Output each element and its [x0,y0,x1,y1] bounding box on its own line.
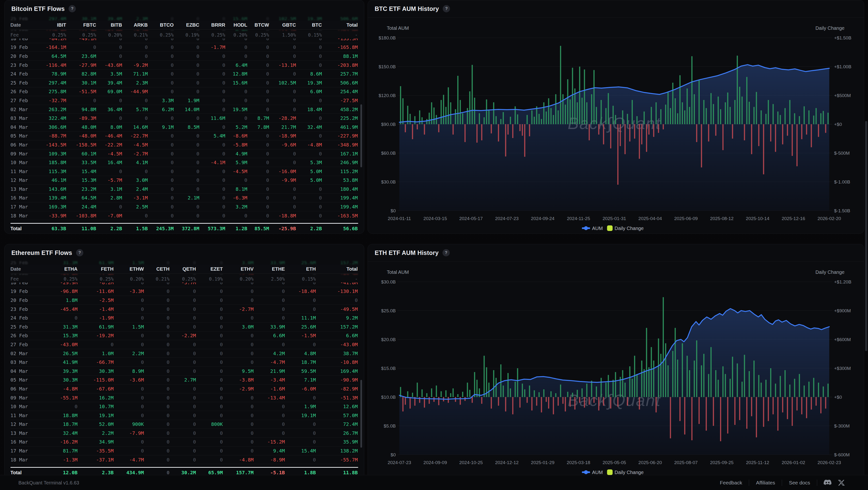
column-header[interactable]: BTCW [248,22,270,28]
flow-value: -4.7M [254,359,285,365]
column-header[interactable]: Total [322,22,358,28]
column-header[interactable]: BTC [297,22,322,28]
left-axis-tick: $20.0B [381,337,396,342]
flow-value: 0 [226,38,248,41]
btc-aum-chart[interactable]: Total AUMDaily Change$180.0B+$1.50B$150.… [368,0,863,233]
flow-value: 0 [200,53,226,59]
column-header[interactable]: QETH [170,266,196,272]
affiliates-link[interactable]: Affiliates [749,480,782,486]
daily-change-legend-marker[interactable] [607,469,613,475]
left-axis-tick: $120.0B [378,93,396,98]
flow-value: 0 [123,44,148,50]
flow-value: 0 [200,71,226,77]
page-scrollbar-thumb[interactable] [865,121,867,351]
flow-value: 0 [114,359,144,365]
flow-value: 0 [144,465,170,466]
flow-value: 0 [67,98,97,103]
column-header[interactable]: EZET [196,266,223,272]
fee-row: Fee0.25%0.25%0.20%0.21%0.25%0.19%0.25%0.… [10,31,358,38]
table-scroll-area[interactable]: 18 Feb-29.9M-8.2M00-3.7M0000-41.8M19 Feb… [10,283,358,466]
column-header[interactable]: ETH [285,266,316,272]
column-header[interactable]: ETHE [254,266,285,272]
row-date: 19 Mar [10,222,44,223]
flow-value: 0 [114,306,144,312]
flow-value: 2.7M [170,377,196,383]
flow-value: 0 [223,333,254,338]
flow-value: 30.1M [67,17,97,20]
flow-value: -44.9M [123,89,148,94]
column-header[interactable]: ETHV [223,266,254,272]
table-scrollbar[interactable] [361,104,362,167]
flow-value: -84.2M [44,38,67,41]
flow-value: -8.2M [78,283,114,286]
column-header[interactable]: BTCO [148,22,174,28]
flow-value: 0 [78,341,114,348]
column-header[interactable]: GBTC [270,22,297,28]
aum-legend-label[interactable]: AUM [592,226,603,231]
daily-change-legend-marker[interactable] [607,225,613,231]
flow-value: 157.2M [316,261,358,264]
flow-value: 2.1M [174,195,200,201]
chart-legend[interactable]: AUMDaily Change [582,469,644,475]
column-header[interactable]: Date [10,266,44,272]
flow-value: 36.4M [97,106,123,112]
table-scrollbar[interactable] [361,380,362,448]
aum-legend-marker-dot[interactable] [584,226,588,230]
column-header[interactable]: Date [10,22,44,28]
flow-value: 115.2M [322,168,358,174]
help-icon[interactable]: ? [443,5,450,12]
flow-value: -1.4M [78,306,114,312]
see-docs-link[interactable]: See docs [782,480,817,486]
total-value: 30.2M [170,470,196,476]
column-header[interactable]: HODL [226,22,248,28]
flow-value: 0 [174,213,200,219]
discord-icon[interactable] [824,480,832,486]
flow-value: 0 [270,106,297,112]
flow-value: 88.1M [322,53,358,59]
table-row: 18 Feb-84.2M-49.1M000000000-133.3M [10,38,358,43]
flow-value: 5.4M [200,133,226,139]
daily-change-legend-label[interactable]: Daily Change [615,226,644,231]
feedback-link[interactable]: Feedback [713,480,749,486]
flow-value: 0 [223,403,254,410]
page-title: ETH ETF AUM History [375,249,439,256]
column-header[interactable]: EZBC [174,22,200,28]
column-header[interactable]: CETH [144,266,170,272]
column-header[interactable]: ARKB [123,22,148,28]
flow-value: -4.8M [297,142,322,148]
flow-value: 0 [174,142,200,148]
help-icon[interactable]: ? [442,249,450,256]
daily-change-legend-label[interactable]: Daily Change [615,470,644,475]
column-header[interactable]: ETHA [44,266,78,272]
table-row: 18 Feb-29.9M-8.2M00-3.7M0000-41.8M [10,283,358,287]
column-header[interactable]: BITB [97,22,123,28]
column-header[interactable]: FETH [78,266,114,272]
flow-value: 0 [148,115,174,121]
flow-value: 18.8M [44,413,78,418]
fee-value: Fee [10,32,44,37]
column-header[interactable]: IBIT [44,22,67,28]
column-header[interactable]: BRRR [200,22,226,28]
total-value: 0 [144,470,170,476]
page-scrollbar[interactable] [865,0,868,490]
x-icon[interactable] [838,480,845,486]
flow-value: 7.1M [285,377,316,383]
aum-legend-marker-dot[interactable] [584,470,588,474]
help-icon[interactable]: ? [76,249,83,256]
flow-value: 0 [248,213,270,219]
eth-aum-chart[interactable]: Total AUMDaily Change$30.0B+$1.20B$25.0B… [368,244,863,477]
flow-value: 0 [297,38,322,41]
chart-legend[interactable]: AUMDaily Change [582,225,644,231]
help-icon[interactable]: ? [68,5,76,12]
flow-value: 46.1M [44,177,67,183]
table-scroll-area[interactable]: 18 Feb-84.2M-49.1M000000000-133.3M19 Feb… [10,38,358,223]
aum-legend-label[interactable]: AUM [592,470,603,475]
flow-value: 0 [248,89,270,94]
flow-value: 0 [170,297,196,303]
flow-value: 0 [174,204,200,210]
column-header[interactable]: Total [316,266,358,272]
column-header[interactable]: ETHW [114,266,144,272]
flow-value: 0 [174,62,200,68]
flow-value: -164.1M [44,44,67,50]
column-header[interactable]: FBTC [67,22,97,28]
